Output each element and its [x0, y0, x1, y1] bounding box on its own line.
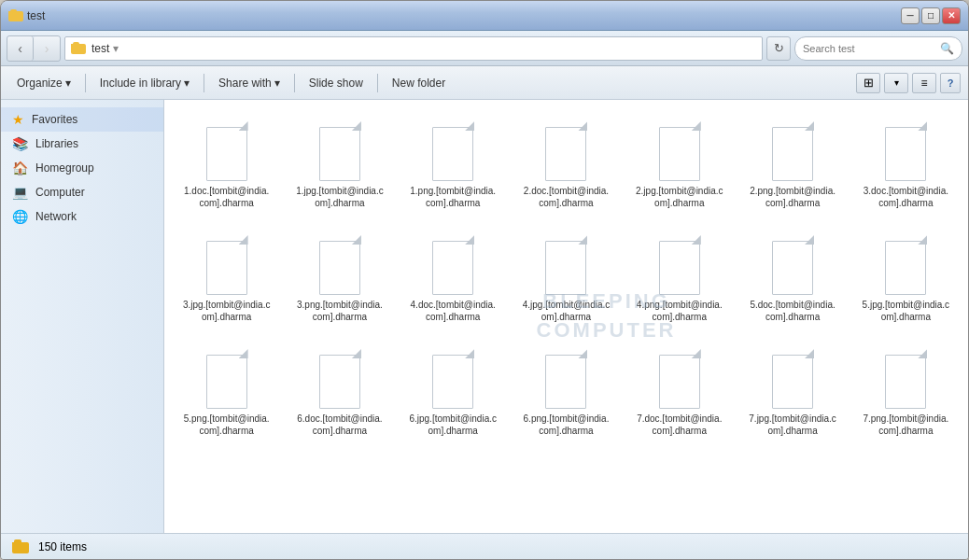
share-with-button[interactable]: Share with ▾ — [210, 71, 288, 95]
file-name: 6.doc.[tombit@india.com].dharma — [295, 413, 384, 437]
file-icon-body — [659, 355, 700, 409]
status-bar: 150 items — [1, 533, 968, 559]
file-item[interactable]: 1.png.[tombit@india.com].dharma — [399, 107, 508, 217]
file-name: 2.png.[tombit@india.com].dharma — [749, 185, 837, 209]
sidebar-item-homegroup[interactable]: 🏠 Homegroup — [1, 156, 163, 180]
file-icon-body — [885, 127, 926, 181]
file-icon-fold — [692, 235, 701, 245]
address-bar: ‹ › test ▾ ↻ 🔍 — [1, 31, 968, 66]
file-item[interactable]: 3.doc.[tombit@india.com].dharma — [851, 107, 961, 217]
favorites-label: Favorites — [32, 113, 77, 126]
back-button[interactable]: ‹ — [7, 36, 34, 61]
include-library-arrow: ▾ — [184, 77, 190, 90]
item-count: 150 items — [38, 540, 87, 553]
search-bar[interactable]: 🔍 — [794, 36, 962, 61]
file-item[interactable]: 4.jpg.[tombit@india.com].dharma — [512, 221, 621, 331]
breadcrumb-arrow: ▾ — [113, 42, 119, 55]
file-icon — [425, 116, 481, 181]
new-folder-label: New folder — [392, 77, 445, 90]
file-icon-body — [432, 241, 473, 295]
file-icon-fold — [805, 349, 814, 358]
file-item[interactable]: 6.png.[tombit@india.com].dharma — [512, 335, 621, 445]
file-icon-fold — [692, 349, 701, 358]
new-folder-button[interactable]: New folder — [384, 71, 454, 95]
file-icon-fold — [352, 121, 361, 131]
include-library-button[interactable]: Include in library ▾ — [91, 71, 198, 95]
sidebar-item-computer[interactable]: 💻 Computer — [1, 180, 163, 204]
file-item[interactable]: 6.jpg.[tombit@india.com].dharma — [399, 335, 508, 445]
file-item[interactable]: 4.doc.[tombit@india.com].dharma — [399, 221, 508, 331]
file-item[interactable]: 3.jpg.[tombit@india.com].dharma — [172, 221, 281, 331]
file-item[interactable]: 3.png.[tombit@india.com].dharma — [285, 221, 394, 331]
sidebar-item-network[interactable]: 🌐 Network — [1, 204, 163, 229]
view-large-button[interactable]: ⊞ — [856, 73, 880, 93]
file-icon-fold — [805, 235, 814, 245]
file-icon — [878, 343, 934, 409]
file-icon-body — [885, 355, 926, 409]
homegroup-label: Homegroup — [35, 161, 94, 175]
file-name: 4.png.[tombit@india.com].dharma — [635, 299, 723, 323]
file-item[interactable]: 2.doc.[tombit@india.com].dharma — [512, 107, 621, 217]
file-icon-body — [206, 241, 247, 295]
file-icon-fold — [918, 121, 927, 131]
breadcrumb-folder-icon — [71, 42, 86, 54]
file-area: 1.doc.[tombit@india.com].dharma 1.jpg.[t… — [164, 100, 968, 453]
file-icon — [199, 116, 255, 181]
sidebar-item-libraries[interactable]: 📚 Libraries — [1, 132, 163, 156]
file-icon — [312, 116, 368, 181]
toolbar-sep-1 — [85, 74, 86, 92]
include-library-label: Include in library — [100, 77, 181, 90]
maximize-button[interactable]: □ — [921, 7, 940, 24]
toolbar-right: ⊞ ▾ ≡ ? — [856, 73, 961, 93]
breadcrumb-bar[interactable]: test ▾ — [64, 36, 763, 61]
file-item[interactable]: 2.png.[tombit@india.com].dharma — [737, 107, 847, 217]
file-name: 5.png.[tombit@india.com].dharma — [182, 413, 271, 437]
file-item[interactable]: 5.jpg.[tombit@india.com].dharma — [851, 221, 961, 331]
file-icon-body — [772, 241, 813, 295]
file-icon — [312, 230, 368, 295]
forward-button[interactable]: › — [34, 36, 60, 61]
minimize-button[interactable]: ─ — [901, 7, 920, 24]
file-item[interactable]: 5.doc.[tombit@india.com].dharma — [737, 221, 847, 331]
file-item[interactable]: 7.jpg.[tombit@india.com].dharma — [737, 335, 847, 445]
file-icon — [652, 343, 708, 409]
share-with-label: Share with — [218, 77, 272, 90]
file-item[interactable]: 2.jpg.[tombit@india.com].dharma — [625, 107, 734, 217]
toolbar-sep-2 — [204, 74, 204, 92]
help-button[interactable]: ? — [940, 73, 961, 93]
file-icon-body — [545, 241, 586, 295]
file-item[interactable]: 7.png.[tombit@india.com].dharma — [851, 335, 961, 445]
file-icon — [425, 343, 481, 409]
file-item[interactable]: 4.png.[tombit@india.com].dharma — [625, 221, 734, 331]
file-icon — [765, 116, 821, 181]
file-name: 2.doc.[tombit@india.com].dharma — [522, 185, 611, 209]
file-icon — [538, 116, 594, 181]
file-icon-body — [659, 127, 700, 181]
file-icon-fold — [239, 235, 248, 245]
file-item[interactable]: 1.doc.[tombit@india.com].dharma — [172, 107, 281, 217]
title-folder-icon — [8, 9, 23, 21]
close-button[interactable]: ✕ — [942, 7, 961, 24]
view-details-button[interactable]: ≡ — [912, 73, 936, 93]
organize-button[interactable]: Organize ▾ — [8, 71, 79, 95]
file-icon-body — [432, 355, 473, 409]
sidebar-item-favorites[interactable]: ★ Favorites — [1, 107, 163, 132]
file-item[interactable]: 1.jpg.[tombit@india.com].dharma — [285, 107, 394, 217]
file-icon — [538, 343, 594, 409]
file-item[interactable]: 7.doc.[tombit@india.com].dharma — [625, 335, 734, 445]
slideshow-button[interactable]: Slide show — [301, 71, 372, 95]
file-icon-fold — [918, 349, 927, 358]
file-item[interactable]: 6.doc.[tombit@india.com].dharma — [285, 335, 394, 445]
file-name: 5.jpg.[tombit@india.com].dharma — [862, 299, 950, 323]
toolbar-sep-4 — [377, 74, 378, 92]
file-icon-body — [319, 355, 360, 409]
file-name: 7.jpg.[tombit@india.com].dharma — [749, 413, 837, 437]
file-item[interactable]: 5.png.[tombit@india.com].dharma — [172, 335, 281, 445]
search-icon[interactable]: 🔍 — [940, 42, 954, 55]
view-dropdown-button[interactable]: ▾ — [884, 73, 908, 93]
libraries-icon: 📚 — [12, 136, 28, 151]
file-icon-fold — [692, 121, 701, 131]
refresh-button[interactable]: ↻ — [766, 36, 791, 61]
organize-label: Organize — [17, 77, 63, 90]
search-input[interactable] — [803, 43, 936, 54]
